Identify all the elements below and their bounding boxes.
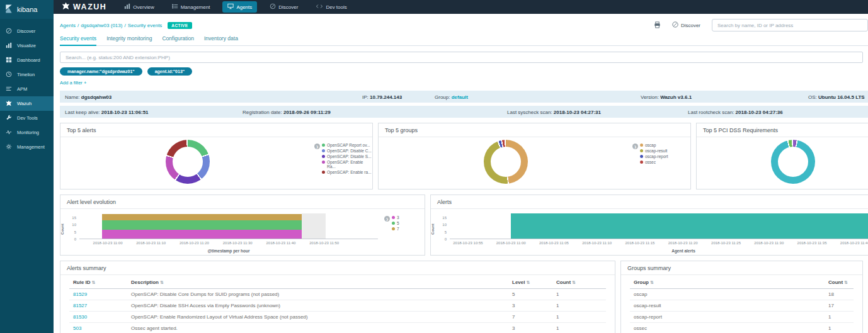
legend-item[interactable]: 5 bbox=[392, 221, 399, 225]
column-header-group[interactable]: Group⇅ bbox=[630, 276, 825, 289]
donut-chart-top5-groups[interactable] bbox=[484, 140, 528, 184]
rule-id-link[interactable]: 81527 bbox=[73, 303, 87, 308]
x-axis-ticks: 2018-10-23 10:552018-10-23 11:002018-10-… bbox=[450, 241, 868, 246]
tab-integrity-monitoring[interactable]: Integrity monitoring bbox=[106, 33, 152, 45]
nav-item-dev-tools[interactable]: Dev tools bbox=[311, 1, 351, 13]
nav-item-label: Agents bbox=[236, 4, 252, 10]
legend-item[interactable]: OpenSCAP Report ov... bbox=[322, 143, 372, 147]
discover-button[interactable]: Discover bbox=[668, 21, 704, 30]
wazuh-brand[interactable]: WAZUH bbox=[62, 2, 106, 12]
rule-id-link[interactable]: 81530 bbox=[73, 314, 87, 320]
legend-item[interactable]: OpenSCAP: Disable C... bbox=[322, 149, 372, 153]
donut-chart-top5-pci[interactable] bbox=[771, 140, 815, 184]
legend-item[interactable]: ossec bbox=[640, 160, 668, 164]
card-agent-alerts: AlertsCount1510502018-10-23 10:552018-10… bbox=[430, 195, 868, 256]
chart-plot-area[interactable] bbox=[450, 213, 868, 239]
alerts-summary-card: Alerts summary Rule ID⇅Description⇅Level… bbox=[60, 261, 615, 333]
cell-value: 1 bbox=[552, 300, 606, 312]
x-tick-label: 2018-10-23 11:10 bbox=[136, 241, 166, 245]
table-row[interactable]: ossec1 bbox=[630, 323, 854, 333]
series-band-3 bbox=[102, 230, 302, 239]
agent-search-input[interactable] bbox=[712, 19, 868, 31]
breadcrumb-segment[interactable]: Agents bbox=[60, 23, 76, 28]
compass-icon bbox=[270, 3, 276, 11]
sidebar-item-management[interactable]: Management bbox=[0, 140, 54, 154]
sidebar-item-visualize[interactable]: Visualize bbox=[0, 38, 54, 53]
column-header-description[interactable]: Description⇅ bbox=[127, 276, 508, 289]
legend-dot-icon bbox=[640, 149, 643, 152]
rule-id-link[interactable]: 503 bbox=[73, 325, 81, 331]
legend-toggle-icon[interactable]: ❯ bbox=[632, 144, 638, 149]
x-tick-label: 2018-10-23 11:40 bbox=[266, 241, 295, 245]
monitor-icon bbox=[227, 3, 234, 11]
cell-value: 1 bbox=[825, 312, 854, 323]
breadcrumb-segment[interactable]: Security events bbox=[128, 23, 163, 28]
nav-item-overview[interactable]: Overview bbox=[119, 1, 159, 13]
table-row[interactable]: 81527OpenSCAP: Disable SSH Access via Em… bbox=[69, 300, 606, 312]
legend-label: OpenSCAP: Enable ra... bbox=[327, 170, 371, 174]
cell-rule-id: 81527 bbox=[69, 300, 127, 312]
print-button[interactable] bbox=[654, 21, 661, 30]
tab-security-events[interactable]: Security events bbox=[60, 33, 96, 45]
kibana-logo[interactable]: kibana bbox=[0, 0, 54, 19]
compass-icon bbox=[6, 28, 13, 35]
agent-info-value[interactable]: default bbox=[452, 94, 468, 99]
table-row[interactable]: oscap-report1 bbox=[630, 312, 854, 323]
x-tick-label: 2018-10-23 11:20 bbox=[180, 241, 209, 245]
donut-chart-top5-alerts[interactable] bbox=[166, 140, 210, 184]
sidebar-item-dashboard[interactable]: Dashboard bbox=[0, 53, 54, 67]
table-row[interactable]: 81529OpenSCAP: Disable Core Dumps for SU… bbox=[69, 289, 606, 300]
sidebar-item-apm[interactable]: APM bbox=[0, 82, 54, 96]
tab-configuration[interactable]: Configuration bbox=[162, 33, 194, 45]
kibana-sidebar: kibana DiscoverVisualizeDashboardTimelio… bbox=[0, 0, 54, 333]
legend-item[interactable]: OpenSCAP: Enable ra... bbox=[322, 170, 372, 174]
column-header-count[interactable]: Count⇅ bbox=[552, 276, 606, 289]
rule-id-link[interactable]: 81529 bbox=[73, 291, 87, 297]
bar-chart-icon bbox=[6, 42, 13, 49]
legend-toggle-icon[interactable]: ❯ bbox=[384, 216, 390, 222]
sidebar-item-label: Timelion bbox=[17, 72, 35, 77]
legend-item[interactable]: oscap bbox=[640, 143, 668, 147]
table-row[interactable]: 81530OpenSCAP: Enable Randomized Layout … bbox=[69, 312, 606, 323]
sidebar-item-monitoring[interactable]: Monitoring bbox=[0, 125, 54, 140]
sidebar-item-timelion[interactable]: Timelion bbox=[0, 67, 54, 82]
x-tick-label: 2018-10-23 11:35 bbox=[797, 241, 827, 245]
nav-item-management[interactable]: Management bbox=[167, 1, 215, 13]
legend-dot-icon bbox=[322, 149, 325, 152]
legend-item[interactable]: 7 bbox=[392, 227, 399, 231]
filter-pill[interactable]: manager.name:"dgsdprdwaz01" bbox=[60, 67, 142, 76]
legend-item[interactable]: OpenSCAP: Enable Ra... bbox=[322, 160, 372, 169]
dashboard-grid-icon bbox=[6, 57, 13, 64]
agent-info-group[interactable]: Group: default bbox=[435, 94, 468, 99]
card-title-alert-level-evolution: Alert level evolution bbox=[60, 195, 425, 209]
alerts-summary-table: Rule ID⇅Description⇅Level⇅Count⇅81529Ope… bbox=[69, 276, 606, 333]
column-header-count[interactable]: Count⇅ bbox=[825, 276, 854, 289]
x-tick-label: 2018-10-23 11:30 bbox=[223, 241, 253, 245]
header-actions: Discover bbox=[654, 19, 868, 31]
table-row[interactable]: oscap-result17 bbox=[630, 300, 854, 312]
nav-item-discover[interactable]: Discover bbox=[265, 1, 303, 13]
table-row[interactable]: oscap18 bbox=[630, 289, 854, 300]
filter-pill[interactable]: agent.id:"013" bbox=[147, 67, 192, 76]
add-filter-link[interactable]: Add a filter + bbox=[60, 80, 86, 86]
sidebar-item-discover[interactable]: Discover bbox=[0, 24, 54, 38]
legend-item[interactable]: oscap-result bbox=[640, 149, 668, 153]
legend-item[interactable]: OpenSCAP: Disable S... bbox=[322, 154, 372, 159]
query-search-input[interactable] bbox=[60, 52, 863, 63]
legend-item[interactable]: oscap-report bbox=[640, 154, 668, 159]
column-header-level[interactable]: Level⇅ bbox=[508, 276, 552, 289]
tab-inventory-data[interactable]: Inventory data bbox=[204, 33, 238, 45]
sidebar-item-dev-tools[interactable]: Dev Tools bbox=[0, 111, 54, 125]
table-row[interactable]: 503Ossec agent started.31 bbox=[69, 323, 606, 333]
sidebar-item-wazuh[interactable]: Wazuh bbox=[0, 96, 54, 111]
breadcrumb-segment[interactable]: dgsdqahw03 (013) bbox=[81, 23, 122, 28]
legend-items: OpenSCAP Report ov...OpenSCAP: Disable C… bbox=[322, 143, 372, 186]
nav-item-agents[interactable]: Agents bbox=[222, 1, 257, 13]
legend-item[interactable]: 3 bbox=[392, 215, 399, 220]
column-header-rule-id[interactable]: Rule ID⇅ bbox=[69, 276, 127, 289]
legend-dot-icon bbox=[392, 216, 395, 219]
legend-toggle-icon[interactable]: ❯ bbox=[314, 144, 320, 149]
chart-legend: ❯OpenSCAP Report ov...OpenSCAP: Disable … bbox=[314, 137, 372, 186]
card-top5-pci: Top 5 PCI DSS Requirements bbox=[696, 123, 868, 189]
chart-plot-area[interactable] bbox=[79, 213, 378, 239]
